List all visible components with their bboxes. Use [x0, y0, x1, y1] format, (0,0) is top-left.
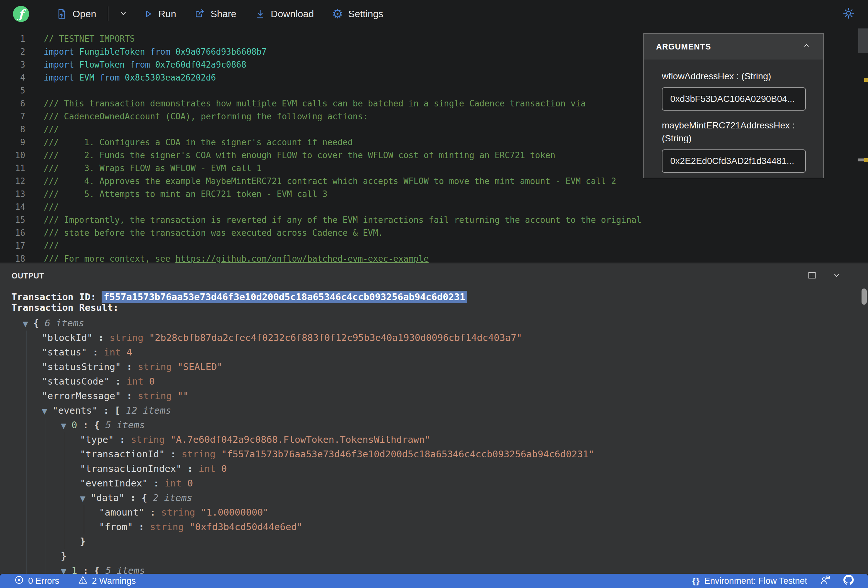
open-button[interactable]: Open — [56, 9, 96, 19]
errors-indicator[interactable]: 0 Errors — [14, 575, 59, 587]
code-line: 16/// state before the transaction was e… — [0, 226, 868, 239]
json-token: : { — [125, 492, 153, 503]
open-label: Open — [72, 9, 96, 19]
code-token: import — [44, 47, 74, 57]
json-token: 4 — [127, 347, 132, 358]
run-label: Run — [158, 9, 176, 19]
json-token: : — [110, 376, 127, 387]
share-button[interactable]: Share — [194, 9, 236, 19]
json-tree: ▼{ 6 items"blockId" : string "2b28cbfb87… — [11, 316, 868, 574]
indent-guide — [27, 432, 27, 447]
code-line: 18/// For more context, see https://gith… — [0, 252, 868, 262]
indent-guide — [46, 432, 46, 447]
json-token: : { — [77, 420, 105, 430]
code-token: /// 5. Attempts to mint an ERC721 token … — [44, 189, 328, 199]
run-button[interactable]: Run — [143, 9, 176, 19]
expander-triangle-icon[interactable]: ▼ — [61, 419, 72, 433]
warnings-indicator[interactable]: 2 Warnings — [78, 575, 136, 587]
code-line-content: /// — [25, 200, 59, 214]
code-link[interactable]: https://github.com/onflow/batched-evm-ex… — [176, 254, 429, 262]
warning-marker — [864, 78, 868, 82]
feedback-icon[interactable] — [820, 575, 830, 587]
code-line: 13/// 5. Attempts to mint an ERC721 toke… — [0, 187, 868, 200]
open-dropdown-button[interactable] — [118, 8, 128, 20]
download-icon — [255, 9, 266, 19]
json-token: string — [150, 522, 189, 532]
json-token: : — [121, 391, 137, 401]
download-button[interactable]: Download — [255, 9, 314, 19]
code-line-content: /// Importantly, the transaction is reve… — [25, 214, 641, 226]
argument-input-erc721[interactable] — [662, 149, 806, 173]
split-editor-icon[interactable] — [807, 270, 817, 281]
indent-guide — [84, 520, 84, 534]
toolbar-divider — [108, 6, 108, 21]
indent-guide — [65, 491, 65, 505]
json-token: string — [138, 361, 177, 372]
indent-guide — [46, 491, 46, 505]
json-token: int — [165, 478, 187, 489]
json-tree-row: "status" : int 4 — [11, 345, 868, 360]
line-number: 1 — [0, 32, 25, 45]
share-icon — [194, 9, 205, 19]
toolbar: ƒ Open Run — [0, 0, 868, 28]
code-line-content: import FlowToken from 0x7e60df042a9c0868 — [25, 58, 246, 71]
json-token: : — [87, 347, 104, 358]
code-line-content: /// CadenceOwnedAccount (COA), performin… — [25, 110, 368, 123]
warning-marker — [864, 158, 868, 162]
transaction-id-value[interactable]: f557a1573b76aa53e73d46f3e10d200d5c18a653… — [102, 291, 467, 303]
editor-scrollbar-thumb[interactable] — [858, 28, 868, 53]
json-token: : — [114, 434, 131, 445]
code-token: import — [44, 73, 74, 83]
expander-triangle-icon[interactable]: ▼ — [80, 491, 91, 506]
json-token: "status" — [42, 347, 87, 358]
chevron-up-icon[interactable] — [802, 41, 811, 52]
json-token: "events" — [52, 405, 98, 416]
warnings-count: 2 Warnings — [92, 576, 136, 586]
indent-guide — [27, 520, 27, 534]
scrollbar-marker — [858, 159, 864, 161]
line-number: 6 — [0, 97, 25, 110]
json-token: "f557a1573b76aa53e73d46f3e10d200d5c18a65… — [221, 449, 594, 460]
json-token: "type" — [80, 434, 114, 445]
json-token: string — [138, 391, 177, 401]
run-play-icon — [143, 9, 153, 19]
argument-input-wflow[interactable] — [662, 87, 806, 111]
json-tree-row: "transactionId" : string "f557a1573b76aa… — [11, 447, 868, 461]
collapse-output-chevron-icon[interactable] — [832, 270, 841, 281]
line-number: 5 — [0, 84, 25, 97]
expander-triangle-icon[interactable]: ▼ — [61, 564, 72, 574]
json-token: string — [131, 434, 170, 445]
output-scrollbar-thumb[interactable] — [862, 289, 867, 305]
settings-button[interactable]: ⚙ Settings — [332, 9, 383, 19]
json-token: 5 items — [105, 420, 145, 430]
indent-guide — [27, 330, 27, 345]
code-token: /// Importantly, the transaction is reve… — [44, 215, 641, 225]
line-number: 4 — [0, 71, 25, 84]
code-token: EVM — [74, 73, 99, 83]
flow-logo[interactable]: ƒ — [13, 6, 29, 22]
github-icon[interactable] — [843, 575, 854, 587]
braces-icon: {} — [692, 576, 700, 586]
code-token: 0x8c5303eaa26202d6 — [120, 73, 216, 83]
json-token: "statusString" — [42, 361, 121, 372]
json-token: "0xfd3b4cd50d44e6ed" — [189, 522, 302, 532]
indent-guide — [27, 505, 27, 520]
json-tree-row: "transactionIndex" : int 0 — [11, 461, 868, 476]
line-number: 3 — [0, 58, 25, 71]
code-token: from — [99, 73, 120, 83]
indent-guide — [27, 476, 27, 491]
arguments-header[interactable]: ARGUMENTS — [644, 34, 823, 59]
expander-triangle-icon[interactable]: ▼ — [42, 404, 52, 419]
output-header: OUTPUT — [0, 263, 868, 283]
expander-triangle-icon[interactable]: ▼ — [23, 317, 33, 331]
line-number: 18 — [0, 252, 25, 262]
error-circle-icon — [14, 575, 24, 587]
gear-icon: ⚙ — [332, 9, 343, 19]
theme-toggle-sun-icon[interactable] — [842, 7, 855, 21]
line-number: 14 — [0, 200, 25, 214]
code-line-content: /// 5. Attempts to mint an ERC721 token … — [25, 187, 328, 200]
line-number: 11 — [0, 162, 25, 175]
environment-indicator[interactable]: {} Environment: Flow Testnet — [692, 576, 807, 586]
json-tree-row: "errorMessage" : string "" — [11, 389, 868, 403]
code-line-content: /// For more context, see https://github… — [25, 252, 429, 262]
